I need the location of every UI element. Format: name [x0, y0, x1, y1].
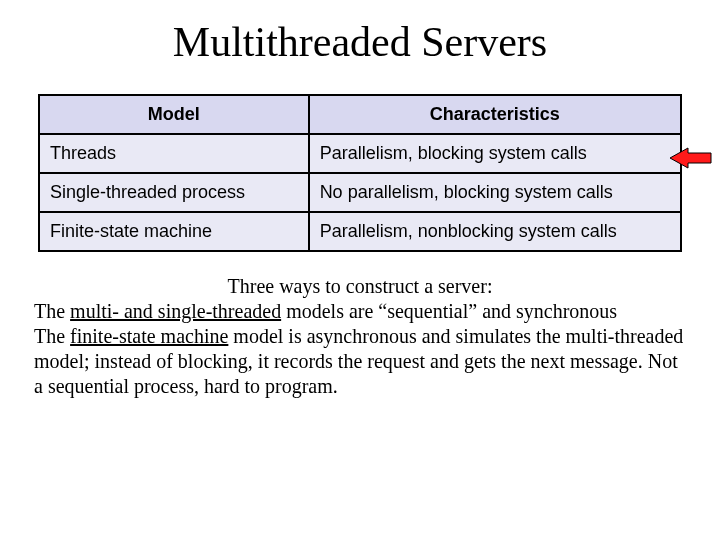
caption-line-1: The multi- and single-threaded models ar… [34, 299, 686, 324]
caption-line-2: The finite-state machine model is asynch… [34, 324, 686, 399]
models-table: Model Characteristics Threads Parallelis… [38, 94, 682, 252]
caption-underline: finite-state machine [70, 325, 228, 347]
table-row: Threads Parallelism, blocking system cal… [39, 134, 681, 173]
caption-text: The [34, 325, 70, 347]
page-title: Multithreaded Servers [30, 18, 690, 66]
cell-char: Parallelism, blocking system calls [309, 134, 681, 173]
cell-model: Single-threaded process [39, 173, 309, 212]
table-container: Model Characteristics Threads Parallelis… [38, 94, 682, 252]
cell-char: No parallelism, blocking system calls [309, 173, 681, 212]
cell-char: Parallelism, nonblocking system calls [309, 212, 681, 251]
caption-text: The [34, 300, 70, 322]
cell-model: Finite-state machine [39, 212, 309, 251]
header-model: Model [39, 95, 309, 134]
table-row: Single-threaded process No parallelism, … [39, 173, 681, 212]
caption-block: Three ways to construct a server: The mu… [34, 274, 686, 399]
table-row: Finite-state machine Parallelism, nonblo… [39, 212, 681, 251]
header-characteristics: Characteristics [309, 95, 681, 134]
svg-marker-0 [670, 148, 711, 168]
cell-model: Threads [39, 134, 309, 173]
caption-lead: Three ways to construct a server: [34, 274, 686, 299]
highlight-arrow-icon [670, 146, 712, 170]
caption-underline: multi- and single-threaded [70, 300, 281, 322]
caption-text: models are “sequential” and synchronous [281, 300, 617, 322]
slide: Multithreaded Servers Model Characterist… [0, 0, 720, 540]
table-header-row: Model Characteristics [39, 95, 681, 134]
